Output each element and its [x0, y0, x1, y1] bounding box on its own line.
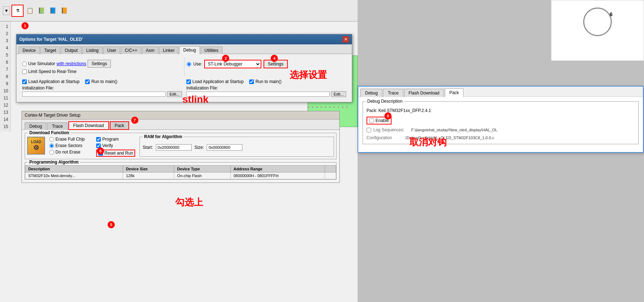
- download-function-title: Download Function: [28, 130, 70, 135]
- debug-desc-box: Debug Description Pack: Keil.STM32F1xx_D…: [363, 101, 639, 144]
- inner-tab-trace[interactable]: Trace: [47, 122, 67, 130]
- dialog-title: Options for Target 'HAL_OLED': [19, 37, 83, 42]
- load-app-checkbox[interactable]: [22, 79, 27, 84]
- document-icon[interactable]: 📗: [36, 6, 46, 16]
- erase-options: Erase Full Chip Erase Sectors Do not Era…: [49, 137, 85, 157]
- line-numbers: 1 2 3 4 5 6 7 8 9 10 11 12 13 14 15: [0, 21, 11, 132]
- dialog-titlebar: Options for Target 'HAL_OLED' ✕: [16, 34, 352, 44]
- flash-icon[interactable]: 📙: [59, 6, 69, 16]
- badge-5: 5: [108, 221, 115, 228]
- init-file-label-left: Initialization File:: [22, 86, 54, 91]
- init-file-label-right: Initialization File:: [186, 86, 218, 91]
- inner-tab-flash-download[interactable]: Flash Download: [68, 121, 109, 130]
- cell-description: STM32F10x Med-density...: [25, 172, 123, 179]
- enable-checkbox[interactable]: [369, 118, 374, 123]
- tab-asm[interactable]: Asm: [142, 47, 158, 54]
- inner-tab-debug[interactable]: Debug: [25, 122, 46, 130]
- right-tab-flash-download[interactable]: Flash Download: [404, 89, 444, 97]
- init-file-input-right[interactable]: [186, 92, 330, 97]
- tab-listing[interactable]: Listing: [82, 47, 103, 54]
- edit-button-right[interactable]: Edit...: [331, 91, 346, 97]
- do-not-erase-label: Do not Erase: [55, 150, 80, 155]
- log-sequences-checkbox[interactable]: [367, 128, 371, 132]
- right-tab-trace[interactable]: Trace: [383, 89, 403, 97]
- prog-alg-title: Programming Algorithm: [28, 160, 80, 165]
- erase-sectors-radio[interactable]: [49, 143, 54, 148]
- use-debugger-row: Use: 2 ST-Link Debugger 4: [187, 60, 346, 68]
- ram-title: RAM for Algorithm: [143, 134, 183, 139]
- right-tab-pack[interactable]: Pack: [445, 88, 464, 97]
- toolbar-dropdown-arrow[interactable]: ▼: [3, 6, 10, 15]
- erase-sectors-row: Erase Sectors: [49, 143, 85, 148]
- cell-device-size: 128k: [123, 172, 174, 179]
- pack-label: Pack:: [367, 108, 377, 113]
- cell-device-type: On-chip Flash: [174, 172, 231, 179]
- do-not-erase-radio[interactable]: [49, 150, 54, 155]
- ram-row: Start: Size:: [143, 144, 331, 151]
- program-row: Program: [96, 137, 135, 142]
- use-simulator-radio[interactable]: [22, 62, 27, 66]
- inner-tab-pack[interactable]: Pack: [110, 121, 129, 130]
- erase-full-chip-label: Erase Full Chip: [55, 137, 85, 142]
- clipboard-icon[interactable]: 📋: [25, 6, 35, 16]
- limit-speed-checkbox[interactable]: [22, 69, 27, 74]
- main-tab-bar: Device Target Output Listing User C/C++ …: [16, 44, 352, 54]
- right-tab-debug[interactable]: Debug: [360, 89, 382, 97]
- right-body: Debug Description Pack: Keil.STM32F1xx_D…: [358, 97, 643, 152]
- run-to-main-checkbox-2[interactable]: [249, 79, 254, 84]
- run-to-main-label-2: Run to main(): [255, 79, 281, 84]
- tab-cpp[interactable]: C/C++: [121, 47, 141, 54]
- magic-wand-icon[interactable]: ⚗: [11, 5, 24, 17]
- program-label: Program: [102, 137, 119, 142]
- limit-speed-row: Limit Speed to Real-Time: [22, 69, 182, 74]
- clock-display: 6: [583, 8, 612, 36]
- configuration-value: .\DebugConfig\HAL_OLED_STM32F103C8_1.0.0…: [404, 136, 494, 140]
- cortex-titlebar: Cortex-M Target Driver Setup 5: [22, 111, 339, 120]
- debugger-select[interactable]: ST-Link Debugger: [204, 60, 261, 68]
- tab-linker[interactable]: Linker: [159, 47, 179, 54]
- start-input[interactable]: [156, 144, 192, 151]
- tab-device[interactable]: Device: [19, 47, 40, 54]
- use-simulator-row: Use Simulator with restrictions Settings: [22, 60, 182, 68]
- load-icon: LOAD ⚙: [27, 137, 45, 155]
- do-not-erase-row: Do not Erase: [49, 150, 85, 155]
- load-app-checkbox-2[interactable]: [186, 79, 191, 84]
- with-restrictions-link[interactable]: with restrictions: [56, 61, 86, 66]
- badge-8: 8: [384, 112, 392, 120]
- simulator-settings-button[interactable]: Settings: [88, 60, 111, 68]
- tab-target[interactable]: Target: [40, 47, 60, 54]
- enable-row: 8 Enable: [367, 117, 635, 125]
- tab-output[interactable]: Output: [61, 47, 82, 54]
- start-label: Start:: [143, 145, 153, 150]
- load-app-label-2: Load Application at Startup: [192, 79, 244, 84]
- badge-6: 6: [97, 147, 104, 155]
- main-dialog: Options for Target 'HAL_OLED' ✕ Device T…: [16, 34, 352, 102]
- debug-desc-title: Debug Description: [366, 99, 404, 104]
- init-file-input-left[interactable]: [22, 92, 166, 97]
- badge-7: 7: [131, 117, 138, 124]
- build-icon[interactable]: 📘: [48, 6, 58, 16]
- pack-row: Pack: Keil.STM32F1xx_DFP.2.4.1: [367, 108, 635, 113]
- use-debugger-radio[interactable]: [187, 62, 191, 67]
- tab-debug[interactable]: Debug: [179, 46, 200, 54]
- erase-full-chip-radio[interactable]: [49, 137, 54, 142]
- use-label: Use:: [193, 62, 202, 67]
- clock-number: 6: [610, 11, 613, 17]
- table-row: STM32F10x Med-density... 128k On-chip Fl…: [25, 172, 336, 179]
- reset-and-run-label: Reset and Run: [104, 151, 133, 156]
- run-to-main-checkbox[interactable]: [85, 79, 90, 84]
- run-to-main-label: Run to main(): [91, 79, 117, 84]
- col-description: Description: [25, 166, 123, 172]
- toolbar: ▼ ⚗ 📋 📗 📘 📙 1: [0, 0, 358, 21]
- download-function-box: Download Function LOAD ⚙ Erase Full Chip…: [25, 133, 336, 159]
- dialog-close-button[interactable]: ✕: [343, 36, 349, 43]
- program-checkbox[interactable]: [96, 137, 101, 142]
- col-address-range: Address Range: [231, 166, 325, 172]
- tab-utilities[interactable]: Utilities: [201, 47, 222, 54]
- edit-button-left[interactable]: Edit...: [167, 91, 182, 97]
- size-input[interactable]: [207, 144, 242, 151]
- erase-sectors-label: Erase Sectors: [55, 143, 82, 148]
- clock-widget: 6: [551, 0, 644, 61]
- tab-user[interactable]: User: [103, 47, 120, 54]
- badge-1: 1: [21, 22, 29, 29]
